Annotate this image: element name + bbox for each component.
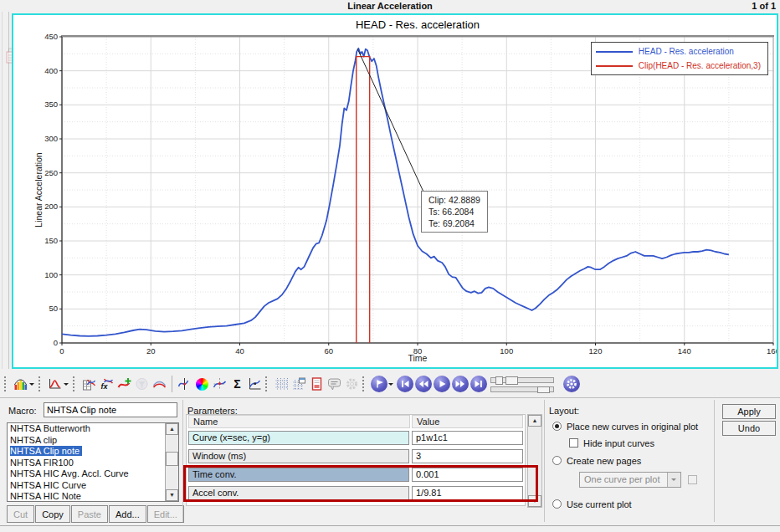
macro-list-item[interactable]: NHTSA HIC Note bbox=[8, 491, 178, 502]
svg-text:fx: fx bbox=[101, 382, 109, 391]
histogram-plot-dropdown-icon[interactable] bbox=[29, 383, 34, 388]
macro-list-item[interactable]: NHTSA FIR100 bbox=[8, 458, 178, 469]
macro-list-item-label: NHTSA HIC Curve bbox=[10, 480, 86, 490]
edit-button[interactable]: Edit... bbox=[147, 505, 184, 523]
annotation-line: Clip: 42.8889 bbox=[428, 194, 480, 206]
radio-original-plot-label: Place new curves in original plot bbox=[567, 422, 698, 432]
intersect-curves-button[interactable] bbox=[176, 375, 193, 393]
nav-last-button[interactable] bbox=[470, 376, 487, 392]
chart-legend[interactable]: HEAD - Res. accelerationClip(HEAD - Res.… bbox=[591, 42, 768, 75]
color-wheel-icon bbox=[196, 378, 208, 391]
toolbar-grip[interactable] bbox=[265, 376, 269, 391]
macro-list-item-label: NHTSA HIC Avg. Accl. Curve bbox=[10, 468, 129, 478]
paste-button[interactable]: Paste bbox=[71, 505, 108, 523]
legend-line-sample bbox=[596, 51, 633, 53]
parameter-name-cell[interactable]: Window (ms) bbox=[188, 449, 409, 463]
scroll-down-button[interactable]: ▼ bbox=[166, 489, 178, 501]
parameter-name-cell[interactable]: Curve (x=sec, y=g) bbox=[188, 431, 409, 445]
toolbar-grip[interactable] bbox=[4, 376, 8, 391]
copy-button[interactable]: Copy bbox=[35, 505, 70, 523]
histogram-plot-button[interactable] bbox=[12, 375, 29, 393]
smooth-curve-button[interactable] bbox=[151, 375, 168, 393]
add-button[interactable]: Add... bbox=[109, 505, 146, 523]
toolbar-grip[interactable] bbox=[73, 376, 77, 391]
apply-button[interactable]: Apply bbox=[722, 404, 776, 419]
slider-handle[interactable] bbox=[495, 376, 503, 385]
macro-list-item[interactable]: NHTSA HIC Avg. Accl. Curve bbox=[8, 468, 178, 480]
legend-entry: Clip(HEAD - Res. acceleration,3) bbox=[596, 59, 761, 73]
y-axis-label: Linear Acceleration bbox=[33, 123, 45, 257]
hide-input-curves-checkbox[interactable] bbox=[569, 438, 578, 448]
annotation-line: Te: 69.2084 bbox=[428, 217, 480, 229]
toolbar-grip[interactable] bbox=[38, 376, 43, 391]
undo-button[interactable]: Undo bbox=[722, 421, 776, 436]
playback-settings-button[interactable] bbox=[563, 376, 580, 392]
parameter-value-cell[interactable]: p1w1c1 bbox=[412, 431, 523, 445]
nav-rewind-button[interactable] bbox=[415, 376, 432, 392]
nav-first-button[interactable] bbox=[397, 376, 413, 392]
add-curve-button[interactable] bbox=[115, 375, 133, 393]
grid-snap-button[interactable] bbox=[211, 375, 228, 393]
window-bottom-divider bbox=[0, 525, 780, 526]
radio-original-plot[interactable] bbox=[552, 422, 562, 431]
radio-use-current-plot[interactable] bbox=[552, 499, 562, 509]
radio-use-current-plot-label: Use current plot bbox=[567, 499, 632, 509]
column-header-value: Value bbox=[412, 415, 523, 428]
macro-label: Macro: bbox=[8, 406, 37, 416]
run-macro-button[interactable] bbox=[371, 376, 387, 392]
column-header-name: Name bbox=[188, 415, 410, 428]
macro-name-input[interactable] bbox=[44, 402, 177, 417]
macro-list-item[interactable]: NHTSA Butterworth bbox=[8, 423, 178, 435]
edit-data-table-button[interactable] bbox=[80, 375, 98, 393]
svg-text:300: 300 bbox=[44, 134, 58, 143]
settings-button[interactable] bbox=[343, 375, 361, 393]
macro-list-item[interactable]: NHTSA clip bbox=[8, 435, 178, 447]
parameter-value-cell[interactable]: 3 bbox=[412, 449, 523, 463]
filter-button[interactable] bbox=[133, 375, 151, 393]
scroll-up-button[interactable]: ▲ bbox=[166, 423, 178, 435]
slider-track-top[interactable] bbox=[490, 377, 554, 383]
radio-create-new-pages[interactable] bbox=[552, 456, 562, 465]
sum-button[interactable]: Σ bbox=[228, 375, 246, 393]
color-palette-button[interactable] bbox=[193, 375, 211, 393]
macro-list[interactable]: NHTSA ButterworthNHTSA clipNHTSA Clip no… bbox=[7, 422, 179, 502]
nav-play-button[interactable] bbox=[434, 376, 450, 392]
curve-fit-dropdown-icon[interactable] bbox=[64, 383, 69, 388]
speed-slider[interactable] bbox=[490, 374, 562, 394]
scroll-thumb[interactable] bbox=[166, 452, 178, 466]
pages-mode-checkbox[interactable] bbox=[688, 475, 697, 484]
gutter-divider bbox=[2, 12, 3, 369]
slider-handle[interactable] bbox=[505, 376, 518, 385]
grid-page-button[interactable] bbox=[290, 375, 308, 393]
slider-handle[interactable] bbox=[537, 386, 550, 393]
svg-text:450: 450 bbox=[44, 32, 58, 41]
curve-fit-button[interactable] bbox=[46, 375, 64, 393]
svg-text:0: 0 bbox=[54, 338, 58, 347]
report-page-button[interactable] bbox=[308, 375, 326, 393]
toolbar-separator bbox=[172, 376, 172, 392]
macro-list-item[interactable]: NHTSA HIC Curve bbox=[8, 480, 178, 492]
plot-page[interactable]: HEAD - Res. acceleration 020406080100120… bbox=[12, 13, 778, 369]
macro-list-item[interactable]: NHTSA Clip note bbox=[8, 446, 178, 458]
formula-curve-button[interactable]: fx bbox=[98, 375, 115, 393]
slider-track-bottom[interactable] bbox=[490, 386, 554, 392]
x-axis-label: Time bbox=[62, 353, 773, 363]
page-indicator: 1 of 1 bbox=[752, 1, 776, 11]
run-macro-dropdown-icon[interactable] bbox=[388, 383, 393, 388]
legend-entry-label: Clip(HEAD - Res. acceleration,3) bbox=[639, 61, 761, 70]
dropdown-arrow-icon[interactable] bbox=[667, 473, 680, 487]
macro-list-item-label: NHTSA clip bbox=[10, 435, 57, 445]
clip-annotation-box[interactable]: Clip: 42.8889Ts: 66.2084Te: 69.2084 bbox=[421, 191, 488, 233]
scroll-up-button[interactable]: ▲ bbox=[528, 415, 541, 427]
toolbar-grip[interactable] bbox=[362, 376, 367, 391]
svg-text:350: 350 bbox=[44, 100, 58, 109]
spline-curve-button[interactable] bbox=[246, 375, 264, 393]
grid-button[interactable] bbox=[273, 375, 290, 393]
macro-list-scrollbar[interactable]: ▲ ▼ bbox=[165, 423, 178, 501]
pages-mode-select[interactable]: One curve per plot bbox=[579, 472, 681, 488]
comment-button[interactable] bbox=[326, 375, 343, 393]
page-title: Linear Acceleration bbox=[0, 1, 780, 11]
toolbar-divider bbox=[0, 397, 780, 398]
cut-button[interactable]: Cut bbox=[7, 505, 34, 523]
nav-forward-button[interactable] bbox=[452, 376, 469, 392]
